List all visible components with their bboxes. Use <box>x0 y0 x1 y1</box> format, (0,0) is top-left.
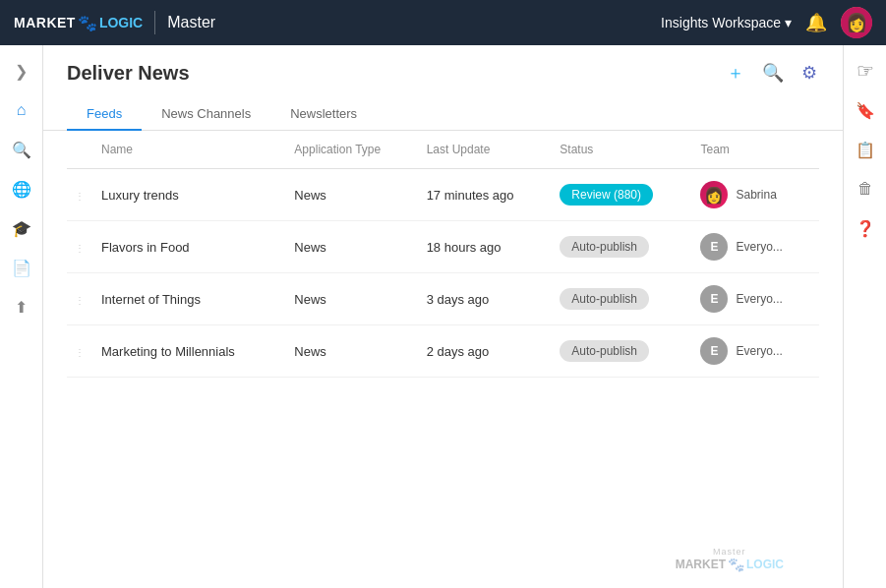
help-icon[interactable]: ❓ <box>848 210 883 246</box>
team-cell: EEveryo... <box>700 337 811 365</box>
team-avatar: E <box>700 233 728 261</box>
row-last-update: 18 hours ago <box>419 221 553 273</box>
cursor-hand-icon[interactable]: ☞ <box>848 53 883 88</box>
drag-dots-icon[interactable]: ⋮ <box>75 347 86 358</box>
row-name: Internet of Things <box>93 273 286 325</box>
table-header-row: Name Application Type Last Update Status… <box>67 131 819 169</box>
sidebar-search-icon[interactable]: 🔍 <box>4 132 39 167</box>
row-app-type: News <box>286 169 418 221</box>
col-status-header: Status <box>552 131 692 169</box>
drag-handle[interactable]: ⋮ <box>67 169 93 221</box>
col-apptype-header: Application Type <box>286 131 418 169</box>
table-row: ⋮Internet of ThingsNews3 days agoAuto-pu… <box>67 273 819 325</box>
sidebar-learn-icon[interactable]: 🎓 <box>4 210 39 246</box>
row-status: Review (880) <box>552 169 692 221</box>
workspace-label: Insights Workspace <box>661 15 781 30</box>
watermark: Master MARKET 🐾 LOGIC <box>676 547 784 572</box>
row-app-type: News <box>286 273 418 325</box>
workspace-arrow-icon: ▾ <box>785 15 792 30</box>
tab-feeds[interactable]: Feeds <box>67 98 142 131</box>
col-lastupdate-header: Last Update <box>419 131 553 169</box>
watermark-logic: LOGIC <box>746 558 784 571</box>
watermark-master-text: Master <box>713 547 746 557</box>
user-avatar[interactable]: 👩 <box>841 7 872 38</box>
team-name: Everyo... <box>736 240 782 254</box>
logo-market-text: MARKET <box>14 15 76 30</box>
drag-handle[interactable]: ⋮ <box>67 221 93 273</box>
row-last-update: 3 days ago <box>419 273 553 325</box>
row-status: Auto-publish <box>552 221 692 273</box>
status-badge: Auto-publish <box>560 236 649 258</box>
page-header: Deliver News ＋ 🔍 ⚙ <box>43 45 843 87</box>
row-name: Flavors in Food <box>93 221 286 273</box>
row-last-update: 17 minutes ago <box>419 169 553 221</box>
drag-dots-icon[interactable]: ⋮ <box>75 243 86 254</box>
row-name: Luxury trends <box>93 169 286 221</box>
team-avatar: E <box>700 337 728 365</box>
header-actions: ＋ 🔍 ⚙ <box>725 59 819 87</box>
main-layout: ❯ ⌂ 🔍 🌐 🎓 📄 ⬆ Deliver News ＋ 🔍 ⚙ Feeds N… <box>0 45 886 588</box>
nav-master-label: Master <box>167 14 215 31</box>
top-navigation: MARKET 🐾 LOGIC Master Insights Workspace… <box>0 0 886 45</box>
col-team-header: Team <box>692 131 819 169</box>
team-cell: 👩Sabrina <box>700 181 811 208</box>
row-status: Auto-publish <box>552 273 692 325</box>
team-cell: EEveryo... <box>700 233 811 261</box>
notification-bell[interactable]: 🔔 <box>805 12 827 33</box>
tab-newsletters[interactable]: Newsletters <box>270 98 377 131</box>
row-team: 👩Sabrina <box>692 169 819 221</box>
sidebar-globe-icon[interactable]: 🌐 <box>4 171 39 206</box>
sidebar-collapse-icon[interactable]: ❯ <box>4 53 39 88</box>
team-avatar: E <box>700 285 728 313</box>
row-team: EEveryo... <box>692 221 819 273</box>
feeds-table: Name Application Type Last Update Status… <box>67 131 819 378</box>
watermark-market: MARKET <box>676 558 726 571</box>
settings-button[interactable]: ⚙ <box>799 60 819 86</box>
tab-news-channels[interactable]: News Channels <box>142 98 270 131</box>
status-badge: Auto-publish <box>560 340 649 362</box>
table-row: ⋮Luxury trendsNews17 minutes agoReview (… <box>67 169 819 221</box>
drag-dots-icon[interactable]: ⋮ <box>75 191 86 202</box>
nav-divider <box>154 11 155 34</box>
add-button[interactable]: ＋ <box>725 59 746 87</box>
row-name: Marketing to Millennials <box>93 325 286 378</box>
page-title: Deliver News <box>67 62 190 85</box>
tabs-bar: Feeds News Channels Newsletters <box>43 90 843 131</box>
col-drag <box>67 131 93 169</box>
team-name: Sabrina <box>736 188 776 202</box>
search-button[interactable]: 🔍 <box>760 60 786 86</box>
bookmark-icon[interactable]: 🔖 <box>848 92 883 128</box>
right-sidebar: ☞ 🔖 📋 🗑 ❓ <box>843 45 886 588</box>
team-cell: EEveryo... <box>700 285 811 313</box>
status-badge: Review (880) <box>560 184 653 206</box>
row-team: EEveryo... <box>692 325 819 378</box>
logo[interactable]: MARKET 🐾 LOGIC <box>14 14 143 32</box>
trash-icon[interactable]: 🗑 <box>848 171 883 206</box>
team-name: Everyo... <box>736 292 782 306</box>
left-sidebar: ❯ ⌂ 🔍 🌐 🎓 📄 ⬆ <box>0 45 43 588</box>
status-badge: Auto-publish <box>560 288 649 310</box>
avatar-face: 👩 <box>841 7 872 38</box>
logo-logic-text: LOGIC <box>99 15 143 30</box>
drag-handle[interactable]: ⋮ <box>67 273 93 325</box>
row-app-type: News <box>286 325 418 378</box>
watermark-logo: MARKET 🐾 LOGIC <box>676 557 784 572</box>
clipboard-check-icon[interactable]: 📋 <box>848 132 883 167</box>
table-row: ⋮Flavors in FoodNews18 hours agoAuto-pub… <box>67 221 819 273</box>
team-name: Everyo... <box>736 344 782 358</box>
drag-handle[interactable]: ⋮ <box>67 325 93 378</box>
row-last-update: 2 days ago <box>419 325 553 378</box>
sidebar-document-icon[interactable]: 📄 <box>4 250 39 285</box>
table-row: ⋮Marketing to MillennialsNews2 days agoA… <box>67 325 819 378</box>
sidebar-upload-icon[interactable]: ⬆ <box>4 289 39 324</box>
drag-dots-icon[interactable]: ⋮ <box>75 295 86 306</box>
row-team: EEveryo... <box>692 273 819 325</box>
workspace-selector[interactable]: Insights Workspace ▾ <box>661 15 792 30</box>
col-name-header: Name <box>93 131 286 169</box>
logo-icon: 🐾 <box>78 14 97 32</box>
team-avatar: 👩 <box>700 181 728 208</box>
sidebar-home-icon[interactable]: ⌂ <box>4 92 39 128</box>
row-status: Auto-publish <box>552 325 692 378</box>
row-app-type: News <box>286 221 418 273</box>
table-area: Name Application Type Last Update Status… <box>43 131 843 588</box>
